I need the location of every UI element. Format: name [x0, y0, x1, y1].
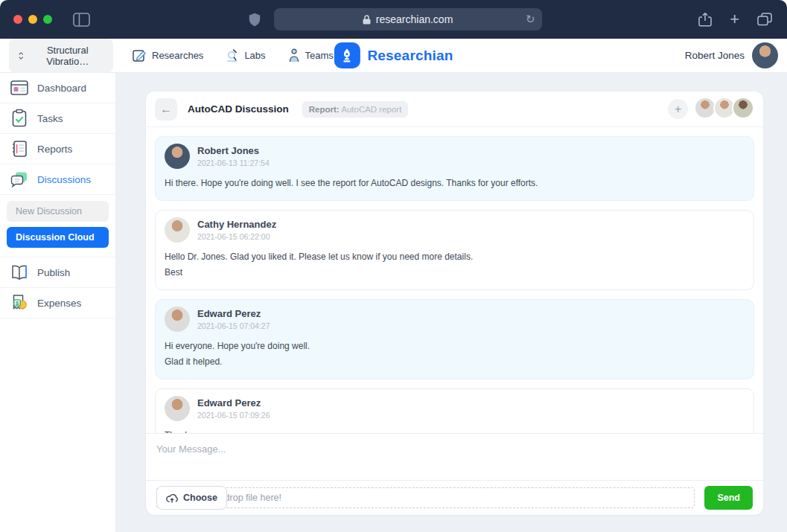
reports-icon — [10, 139, 29, 158]
sidebar-toggle-button[interactable] — [71, 11, 92, 28]
message-bubble: Robert Jones 2021-06-13 11:27:54 Hi ther… — [155, 136, 754, 201]
main-content: ← AutoCAD Discussion Report: AutoCAD rep… — [116, 73, 787, 532]
sidebar: Dashboard Tasks Repor — [0, 73, 116, 532]
project-selector[interactable]: Structural Vibratio… — [9, 39, 113, 73]
sidebar-item-discussions[interactable]: Discussions — [0, 164, 115, 195]
nav-label: Labs — [244, 50, 265, 61]
user-name: Robert Jones — [685, 50, 745, 61]
user-menu[interactable]: Robert Jones — [685, 42, 778, 68]
privacy-report-button[interactable] — [247, 11, 262, 28]
choose-file-label: Choose — [183, 493, 217, 503]
nav-item-researches[interactable]: Researches — [133, 48, 203, 63]
url-text: researchian.com — [376, 13, 453, 25]
sidebar-label: Expenses — [37, 298, 81, 309]
message-bubble: Edward Perez 2021-06-15 07:09:26 Thank y… — [155, 388, 754, 433]
message-timestamp: 2021-06-13 11:27:54 — [197, 158, 270, 167]
cloud-upload-icon — [166, 493, 178, 503]
sidebar-item-publish[interactable]: Publish — [0, 257, 115, 288]
discussions-icon — [10, 170, 29, 189]
browser-chrome: researchian.com ↻ + — [0, 0, 787, 39]
member-avatars — [694, 97, 754, 122]
sidebar-label: Tasks — [37, 113, 63, 124]
choose-file-button[interactable]: Choose — [156, 486, 227, 510]
main-nav: Researches Labs Teams — [133, 48, 334, 63]
project-selector-label: Structural Vibratio… — [31, 45, 104, 67]
nav-label: Researches — [152, 50, 203, 61]
tab-overview-button[interactable] — [756, 11, 774, 28]
app-topbar: Structural Vibratio… Researches Labs — [0, 39, 787, 73]
back-button[interactable]: ← — [155, 98, 177, 121]
brand[interactable]: Researchian — [334, 42, 453, 68]
sidebar-item-reports[interactable]: Reports — [0, 134, 115, 164]
file-drop-zone[interactable]: or drop file here! — [156, 487, 695, 508]
traffic-lights — [13, 15, 52, 24]
send-button[interactable]: Send — [704, 486, 753, 510]
microscope-icon — [226, 48, 239, 63]
back-icon: ← — [160, 103, 172, 116]
minimize-window-button[interactable] — [28, 15, 37, 24]
new-tab-button[interactable]: + — [728, 10, 741, 29]
sidebar-label: Dashboard — [37, 83, 86, 94]
address-bar[interactable]: researchian.com ↻ — [274, 8, 542, 31]
message-author: Edward Perez — [197, 397, 270, 408]
share-button[interactable] — [697, 10, 713, 28]
message-bubble: Edward Perez 2021-06-15 07:04:27 Hi ever… — [155, 299, 754, 379]
plus-icon: + — [730, 11, 739, 28]
discussions-submenu: New Discussion Discussion Cloud — [0, 195, 115, 257]
member-avatar — [732, 97, 754, 119]
composer-footer: or drop file here! Choose Send — [146, 480, 763, 515]
pen-nib-icon — [339, 48, 355, 64]
sidebar-item-tasks[interactable]: Tasks — [0, 103, 115, 134]
message-text: Hi there. Hope you're doing well. I see … — [165, 176, 745, 190]
sort-arrows-icon — [18, 51, 24, 61]
sidebar-item-dashboard[interactable]: Dashboard — [0, 73, 115, 103]
reload-icon: ↻ — [526, 13, 535, 25]
report-badge-value: AutoCAD report — [341, 105, 401, 114]
nav-label: Teams — [305, 50, 334, 61]
message-timestamp: 2021-06-15 06:22:00 — [197, 232, 276, 241]
message-avatar — [165, 144, 190, 169]
sidebar-item-expenses[interactable]: $ Expenses — [0, 288, 115, 318]
person-icon — [288, 48, 300, 63]
message-text: Hello Dr. Jones. Glad you liked it. Plea… — [165, 249, 745, 280]
message-list: Robert Jones 2021-06-13 11:27:54 Hi ther… — [146, 127, 763, 433]
user-avatar — [752, 42, 778, 68]
sidebar-label: Discussions — [37, 174, 91, 185]
discussion-cloud-button[interactable]: Discussion Cloud — [7, 227, 109, 248]
sidebar-label: Reports — [37, 144, 72, 155]
close-window-button[interactable] — [13, 15, 22, 24]
message-avatar — [165, 307, 190, 332]
dashboard-icon — [10, 78, 29, 97]
reload-button[interactable]: ↻ — [526, 13, 535, 26]
discussion-header: ← AutoCAD Discussion Report: AutoCAD rep… — [146, 92, 763, 127]
message-avatar — [165, 396, 190, 421]
add-member-button[interactable]: + — [668, 99, 688, 119]
discussion-card: ← AutoCAD Discussion Report: AutoCAD rep… — [146, 92, 763, 515]
new-discussion-button[interactable]: New Discussion — [7, 201, 109, 222]
shield-icon — [249, 13, 261, 27]
edit-square-icon — [133, 48, 147, 63]
maximize-window-button[interactable] — [43, 15, 52, 24]
tasks-icon — [10, 109, 29, 128]
sidebar-label: Publish — [37, 267, 70, 278]
discussion-title: AutoCAD Discussion — [188, 103, 289, 115]
message-input[interactable] — [146, 434, 763, 480]
message-text: Thank you — [165, 428, 745, 433]
message-timestamp: 2021-06-15 07:09:26 — [197, 411, 270, 420]
message-avatar — [165, 217, 190, 243]
message-author: Robert Jones — [197, 145, 270, 156]
expenses-icon: $ — [10, 293, 29, 313]
nav-item-teams[interactable]: Teams — [288, 48, 334, 63]
publish-icon — [10, 263, 29, 282]
brand-name: Researchian — [367, 48, 453, 64]
message-author: Edward Perez — [197, 308, 270, 319]
message-author: Cathy Hernandez — [197, 219, 276, 230]
brand-logo — [334, 42, 360, 68]
message-timestamp: 2021-06-15 07:04:27 — [197, 321, 270, 330]
nav-item-labs[interactable]: Labs — [226, 48, 265, 63]
tabs-icon — [757, 13, 772, 26]
report-badge: Report: AutoCAD report — [302, 101, 409, 118]
message-bubble: Cathy Hernandez 2021-06-15 06:22:00 Hell… — [155, 210, 754, 290]
plus-icon: + — [675, 103, 681, 116]
message-text: Hi everyone. Hope you're doing well. Gla… — [165, 339, 745, 369]
